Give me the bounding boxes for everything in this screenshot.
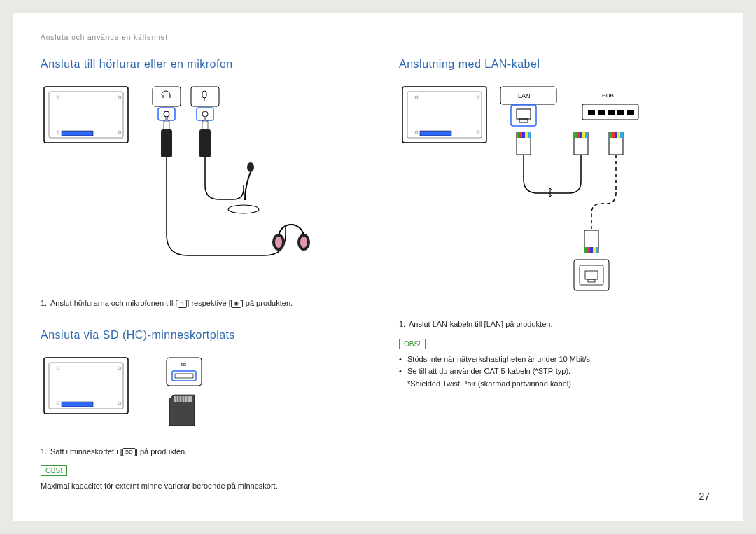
rj45-connector-2 (574, 132, 588, 155)
rj45-connector-1 (517, 132, 531, 155)
svg-rect-76 (615, 132, 617, 138)
svg-rect-86 (574, 260, 609, 290)
headphones-heading: Ansluta till hörlurar eller en mikrofon (41, 58, 357, 71)
svg-rect-85 (596, 247, 598, 253)
svg-point-30 (57, 367, 59, 370)
breadcrumb: Ansluta och använda en källenhet (41, 34, 715, 41)
lan-note-1: Stöds inte när nätverkshastigheten är un… (399, 353, 715, 366)
svg-rect-17 (161, 129, 172, 157)
svg-point-6 (118, 131, 121, 134)
headphone-port-icon (153, 87, 181, 120)
svg-rect-70 (580, 132, 582, 138)
mic-port-icon (191, 87, 219, 120)
svg-rect-66 (528, 132, 531, 138)
svg-point-9 (164, 111, 169, 117)
svg-point-14 (202, 111, 208, 117)
mic-icon: ◉ (231, 300, 241, 308)
svg-point-21 (247, 162, 254, 172)
svg-rect-10 (191, 87, 219, 106)
svg-rect-68 (574, 132, 577, 138)
lan-notes: Stöds inte när nätverkshastigheten är un… (399, 353, 715, 391)
svg-rect-62 (517, 132, 519, 138)
svg-point-33 (118, 402, 121, 405)
sd-diagram: SD (41, 354, 357, 437)
headphone-icon: ∩ (178, 300, 188, 308)
obs-label-sd: OBS! (41, 465, 67, 476)
svg-rect-29 (62, 402, 93, 407)
lan-diagram: LAN HUB (399, 83, 715, 310)
svg-rect-64 (522, 132, 525, 138)
svg-rect-58 (608, 110, 615, 115)
svg-rect-71 (582, 132, 585, 138)
svg-rect-75 (612, 132, 615, 138)
sd-icon: SD (122, 448, 136, 456)
svg-rect-20 (200, 129, 211, 157)
svg-rect-82 (587, 247, 590, 253)
svg-point-49 (477, 96, 479, 99)
content-columns: Ansluta till hörlurar eller en mikrofon (41, 58, 715, 493)
sd-note: Maximal kapacitet för externt minne vari… (41, 480, 357, 493)
headphones-icon (272, 225, 310, 251)
svg-point-32 (118, 367, 121, 370)
svg-point-26 (300, 237, 307, 248)
svg-rect-84 (593, 247, 596, 253)
headphones-diagram (41, 83, 357, 289)
headphones-step: 1. Anslut hörlurarna och mikrofonen till… (41, 297, 357, 309)
lan-heading: Anslutning med LAN-kabel (399, 58, 715, 71)
svg-point-22 (228, 205, 259, 213)
svg-rect-72 (585, 132, 588, 138)
lan-step: 1. Anslut LAN-kabeln till [LAN] på produ… (399, 318, 715, 330)
svg-rect-16 (165, 117, 168, 121)
svg-rect-53 (517, 109, 531, 119)
rj45-connector-4 (584, 230, 598, 253)
right-column: Anslutning med LAN-kabel LAN (399, 58, 715, 493)
svg-point-48 (415, 131, 418, 134)
svg-rect-57 (598, 110, 605, 115)
svg-point-50 (477, 131, 479, 134)
rj45-connector-3 (609, 132, 623, 155)
hub-label: HUB (602, 92, 614, 99)
svg-point-24 (275, 237, 282, 248)
svg-rect-78 (620, 132, 623, 138)
svg-rect-69 (577, 132, 580, 138)
svg-rect-19 (204, 117, 206, 121)
svg-rect-59 (617, 110, 624, 115)
svg-rect-36 (175, 374, 193, 378)
svg-rect-63 (519, 132, 522, 138)
sd-step: 1. Sätt i minneskortet i [SD] på produkt… (41, 446, 357, 458)
svg-rect-7 (153, 87, 181, 106)
svg-rect-18 (202, 121, 208, 129)
svg-point-4 (57, 131, 59, 134)
svg-rect-74 (609, 132, 612, 138)
svg-point-5 (118, 96, 121, 99)
svg-rect-77 (617, 132, 620, 138)
svg-rect-65 (525, 132, 528, 138)
svg-text:SD: SD (181, 363, 187, 367)
obs-label-lan: OBS! (399, 339, 426, 349)
left-column: Ansluta till hörlurar eller en mikrofon (41, 58, 357, 493)
lan-port-label: LAN (518, 92, 531, 99)
svg-rect-2 (62, 131, 93, 136)
svg-rect-60 (627, 110, 634, 115)
lan-note-2: Se till att du använder CAT 5-kabeln (*S… (399, 365, 715, 390)
svg-rect-54 (519, 119, 528, 122)
page-number: 27 (699, 491, 710, 502)
svg-point-47 (415, 96, 418, 99)
manual-page: Ansluta och använda en källenhet Ansluta… (13, 13, 743, 521)
svg-rect-35 (172, 371, 196, 381)
svg-rect-11 (202, 91, 206, 98)
svg-rect-15 (164, 121, 169, 129)
svg-rect-83 (590, 247, 593, 253)
sd-heading: Ansluta via SD (HC)-minneskortplats (41, 329, 357, 342)
svg-rect-46 (420, 131, 451, 136)
svg-point-3 (57, 96, 59, 99)
svg-point-31 (57, 402, 59, 405)
svg-rect-81 (584, 247, 587, 253)
svg-rect-56 (588, 110, 595, 115)
